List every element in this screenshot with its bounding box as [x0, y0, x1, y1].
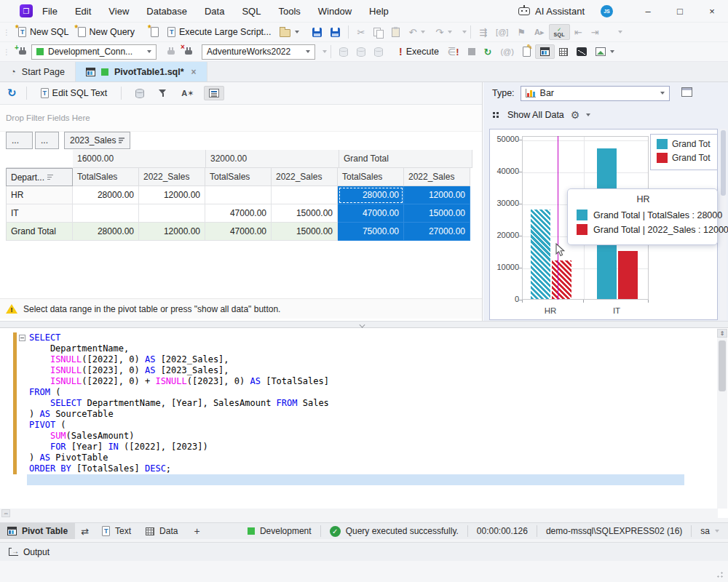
pivot-cell-selected[interactable]: 15000.00: [404, 204, 470, 223]
pivot-properties-button[interactable]: [204, 86, 224, 100]
close-button[interactable]: ×: [696, 0, 728, 22]
paste-button[interactable]: [387, 25, 404, 39]
format-button[interactable]: A▸: [530, 26, 548, 39]
db-check-button[interactable]: [370, 45, 387, 59]
collapse-chevron-icon[interactable]: [359, 322, 365, 328]
pivot-filter-button[interactable]: [154, 87, 171, 100]
layout-button[interactable]: [555, 46, 572, 58]
pivot-cell[interactable]: 12000.00: [139, 223, 205, 241]
pivot-cell[interactable]: [272, 186, 338, 204]
toolbar-grip2[interactable]: ⋮: [3, 48, 9, 56]
pivot-cell[interactable]: 47000.00: [205, 204, 272, 223]
database-combobox[interactable]: AdventureWorks2022: [202, 44, 315, 60]
menu-edit[interactable]: Edit: [75, 6, 91, 17]
toolbar1-overflow-dropdown[interactable]: [618, 31, 622, 33]
pivot-cell[interactable]: [139, 204, 205, 223]
menu-sql[interactable]: SQL: [242, 6, 261, 17]
tab-close-icon[interactable]: ×: [191, 67, 197, 77]
user-avatar[interactable]: JS: [601, 5, 613, 17]
stop-button[interactable]: [464, 46, 480, 57]
cut-button[interactable]: ✂: [352, 25, 369, 39]
edit-document-button[interactable]: ✎: [518, 44, 535, 59]
connection-combobox[interactable]: Development_Conn...: [31, 44, 157, 60]
row-field-button[interactable]: Depart...: [6, 168, 73, 186]
menu-window[interactable]: Window: [318, 6, 352, 17]
chart-bar-HR-2022_Sales[interactable]: [552, 260, 571, 299]
bookmark-button[interactable]: ⚑: [513, 25, 530, 39]
pivot-cell-selected[interactable]: 75000.00: [338, 223, 404, 241]
measure-header[interactable]: 2022_Sales: [139, 168, 205, 186]
pivot-cell[interactable]: [73, 204, 139, 223]
execute-large-script-button[interactable]: T Execute Large Script...: [163, 25, 275, 39]
drop-filter-zone[interactable]: Drop Filter Fields Here: [0, 105, 482, 132]
column-group-header[interactable]: Grand Total: [339, 150, 472, 168]
toolbar-grip[interactable]: ⋮: [3, 28, 9, 36]
execute-button[interactable]: ! Execute: [395, 44, 443, 60]
tab-pivottable1[interactable]: PivotTable1.sql* ×: [76, 62, 207, 81]
pivot-cell-selected[interactable]: 28000.00: [338, 186, 404, 204]
parameters-button[interactable]: (@): [496, 46, 518, 58]
extra-dropdown[interactable]: [462, 31, 467, 33]
pivot-table-button[interactable]: [535, 44, 555, 59]
menu-help[interactable]: Help: [369, 6, 389, 17]
pivot-cell-selected[interactable]: 12000.00: [404, 186, 470, 204]
measure-header[interactable]: TotalSales: [338, 168, 404, 186]
filter-field-button-2[interactable]: ...: [35, 132, 59, 149]
resize-grip[interactable]: [715, 570, 724, 578]
new-connection-button[interactable]: +: [14, 45, 31, 59]
disconnect-button[interactable]: ×: [180, 45, 197, 59]
new-document-button[interactable]: *: [146, 25, 163, 39]
minimize-button[interactable]: –: [632, 0, 664, 22]
maximize-button[interactable]: □: [664, 0, 696, 22]
measure-header[interactable]: 2022_Sales: [272, 168, 338, 186]
column-group-header[interactable]: 16000.00: [73, 150, 206, 168]
increase-indent-button[interactable]: ⇥: [587, 25, 604, 39]
pivot-format-button[interactable]: A✶: [177, 87, 198, 100]
user-name[interactable]: sa: [692, 523, 728, 539]
sql-editor[interactable]: SELECT DepartmentName, ISNULL([2022], 0)…: [0, 328, 728, 518]
column-group-header[interactable]: 32000.00: [206, 150, 339, 168]
split-editor-handle[interactable]: ⇕: [717, 329, 727, 338]
column-field-button[interactable]: 2023_Sales: [64, 132, 130, 149]
chart-bar-HR-TotalSales[interactable]: [531, 210, 550, 299]
refresh-icon[interactable]: ↻: [7, 87, 17, 100]
execute-to-file-button[interactable]: ⋶!: [443, 45, 464, 59]
pivot-datasource-button[interactable]: [131, 87, 149, 100]
pivot-cell[interactable]: 28000.00: [73, 186, 139, 204]
row-header[interactable]: Grand Total: [6, 223, 73, 241]
pivot-cell[interactable]: 15000.00: [272, 204, 338, 223]
undo-button[interactable]: ↶: [404, 25, 421, 39]
add-view-button[interactable]: +: [185, 523, 208, 539]
chart-type-combobox[interactable]: Bar: [521, 86, 670, 101]
swap-views-button[interactable]: ⇄: [75, 523, 95, 539]
filter-field-button-1[interactable]: ...: [6, 132, 33, 149]
sql-code[interactable]: SELECT DepartmentName, ISNULL([2022], 0)…: [29, 332, 329, 474]
pivot-cell[interactable]: 15000.00: [272, 223, 338, 241]
row-header[interactable]: HR: [6, 186, 73, 204]
pivot-cell[interactable]: [205, 186, 272, 204]
save-button[interactable]: [308, 25, 326, 39]
row-header[interactable]: IT: [6, 204, 73, 223]
undo-dropdown[interactable]: [421, 31, 425, 33]
pivot-cell[interactable]: 12000.00: [139, 186, 205, 204]
menu-data[interactable]: Data: [205, 6, 224, 17]
code-fold-toggle[interactable]: [19, 335, 25, 341]
new-sql-button[interactable]: *T New SQL: [14, 25, 74, 39]
db-time-button[interactable]: [352, 45, 370, 59]
copy-button[interactable]: [369, 25, 387, 39]
open-file-dropdown[interactable]: [295, 31, 299, 33]
hsplit-handle-icon[interactable]: ⇔: [1, 509, 10, 517]
sql-syntax-check-button[interactable]: ✓SQL: [549, 24, 570, 40]
decrease-indent-button[interactable]: ⇤: [570, 25, 587, 39]
measure-header[interactable]: 2022_Sales: [404, 168, 470, 186]
tab-start-page[interactable]: ◔ Start Page: [0, 62, 76, 81]
save-all-button[interactable]: [326, 25, 344, 39]
gear-icon[interactable]: ⚙: [571, 109, 580, 121]
tab-output[interactable]: Output: [0, 543, 58, 561]
history-button[interactable]: ↻: [480, 45, 496, 59]
menu-view[interactable]: View: [108, 6, 129, 17]
navigate-button[interactable]: ⇶: [475, 25, 491, 39]
menu-tools[interactable]: Tools: [278, 6, 300, 17]
redo-dropdown[interactable]: [448, 31, 452, 33]
ai-assistant-button[interactable]: AI Assistant: [518, 6, 585, 17]
